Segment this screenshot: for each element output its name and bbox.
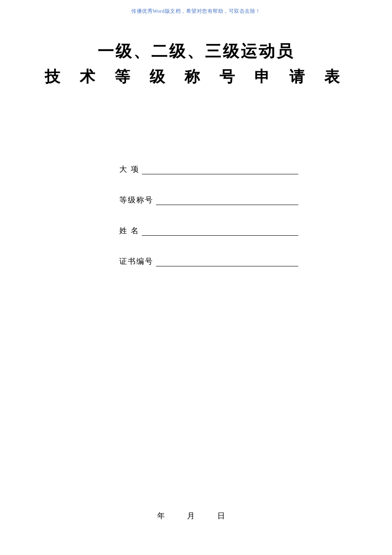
form-row-zhengshu: 证书编号 [119, 256, 298, 266]
field2-line [156, 203, 298, 205]
title-line2: 技 术 等 级 称 号 申 请 表 [45, 66, 347, 87]
field3-label: 姓 名 [119, 225, 139, 236]
footer-section: 年 月 日 [157, 511, 235, 521]
notice-text: 传播优秀Word版文档，希望对您有帮助，可双击去除！ [131, 8, 260, 14]
form-section: 大 项 等级称号 姓 名 证书编号 [119, 164, 298, 266]
form-row-dengji: 等级称号 [119, 195, 298, 205]
field1-label: 大 项 [119, 164, 139, 174]
title-line1: 一级、二级、三级运动员 [45, 40, 347, 62]
footer-text: 年 月 日 [157, 512, 235, 520]
form-row-xingming: 姓 名 [119, 225, 298, 236]
field3-line [142, 234, 299, 236]
title-section: 一级、二级、三级运动员 技 术 等 级 称 号 申 请 表 [45, 40, 347, 87]
field2-label: 等级称号 [119, 195, 153, 205]
form-row-daxiang: 大 项 [119, 164, 298, 174]
top-notice[interactable]: 传播优秀Word版文档，希望对您有帮助，可双击去除！ [0, 0, 392, 15]
page: 传播优秀Word版文档，希望对您有帮助，可双击去除！ 一级、二级、三级运动员 技… [0, 0, 392, 555]
field4-line [156, 265, 298, 266]
field1-line [142, 173, 299, 174]
field4-label: 证书编号 [119, 256, 153, 266]
